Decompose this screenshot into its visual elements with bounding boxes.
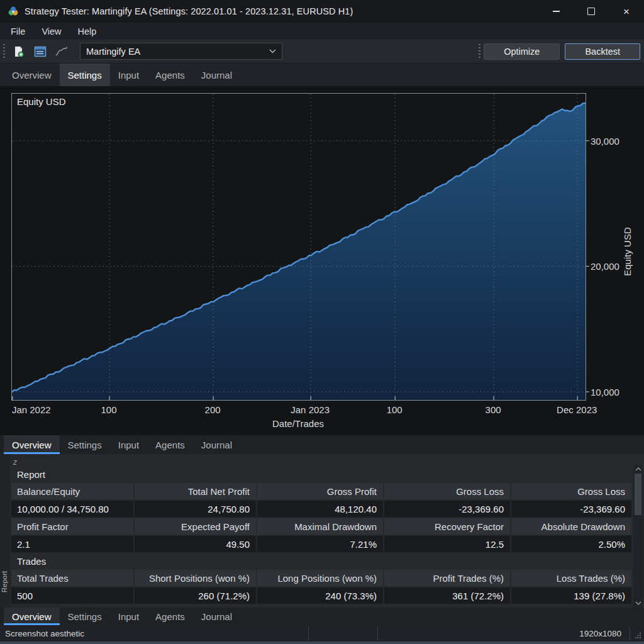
scroll-up-icon [635, 467, 641, 471]
tab-overview[interactable]: Overview [4, 64, 60, 86]
backtest-button[interactable]: Backtest [565, 43, 640, 60]
table-section-title: Trades [11, 553, 631, 569]
open-report-button[interactable] [31, 43, 49, 60]
x-tick-label: 100 [101, 404, 117, 415]
scrollbar-thumb[interactable] [635, 474, 641, 515]
value-cell: 260 (71.2%) [135, 587, 256, 604]
window-title: Strategy Tester: Martingify EA (Settings… [25, 6, 353, 16]
value-cell: -23,369.60 [384, 501, 510, 517]
value-cell: 2.1 [11, 536, 133, 552]
column-header: Maximal Drawdown [257, 518, 383, 535]
value-cell: 49.50 [135, 536, 256, 552]
report-table: ReportBalance/EquityTotal Net ProfitGros… [11, 467, 631, 604]
tab-bar-bottom: OverviewSettingsInputAgentsJournal [0, 608, 644, 625]
value-cell: 139 (27.8%) [511, 587, 631, 604]
value-cell: -23,369.60 [511, 501, 631, 517]
expert-selector-dropdown[interactable]: Martingify EA [80, 43, 282, 60]
table-section-title: Report [11, 467, 631, 482]
value-cell: 24,750.80 [135, 501, 256, 517]
equity-area-fill [12, 103, 586, 400]
tab-input[interactable]: Input [110, 435, 147, 454]
value-cell: 10,000.00 / 34,750.80 [11, 501, 133, 517]
x-tick-label: 100 [387, 404, 402, 415]
tab-input[interactable]: Input [110, 608, 147, 625]
scroll-down-icon [635, 601, 641, 605]
status-divider [377, 626, 378, 640]
tab-settings[interactable]: Settings [60, 608, 110, 625]
resize-grip-icon[interactable] [635, 632, 641, 639]
report-pane-gutter: Report [0, 454, 10, 608]
value-cell: 2.50% [511, 536, 631, 552]
chevron-down-icon [269, 49, 276, 53]
new-document-icon [13, 45, 25, 58]
minimize-icon [553, 11, 560, 12]
status-bar: Screenshot aesthetic 1920x1080 [0, 625, 644, 641]
tab-agents[interactable]: Agents [147, 64, 193, 86]
table-header-row: Balance/EquityTotal Net ProfitGross Prof… [11, 483, 631, 499]
window-controls: × [538, 0, 644, 23]
tab-input[interactable]: Input [110, 64, 147, 86]
status-divider [308, 626, 309, 640]
close-button[interactable]: × [609, 0, 644, 23]
tab-overview[interactable]: Overview [4, 608, 60, 625]
x-tick-label: Jan 2022 [12, 404, 51, 415]
maximize-icon [587, 8, 595, 15]
toolbar: Martingify EA Optimize Backtest [0, 40, 644, 64]
expert-selector-value: Martingify EA [86, 47, 140, 57]
report-pane-label: Report [1, 567, 9, 596]
x-tick-label: 200 [205, 404, 221, 415]
status-divider [630, 626, 630, 640]
minimize-button[interactable] [538, 0, 574, 23]
table-value-row: 10,000.00 / 34,750.8024,750.8048,120.40-… [11, 501, 631, 517]
optimize-button[interactable]: Optimize [484, 43, 560, 60]
menu-file[interactable]: File [3, 25, 33, 38]
table-value-row: 500260 (71.2%)240 (73.3%)361 (72.2%)139 … [11, 587, 631, 604]
column-header: Gross Profit [257, 483, 383, 499]
x-axis-label: Date/Trades [11, 418, 585, 429]
tab-journal[interactable]: Journal [193, 608, 240, 625]
column-header: Expected Payoff [135, 518, 256, 535]
buttons-drag-handle[interactable] [479, 44, 480, 59]
menu-view[interactable]: View [33, 25, 69, 38]
menu-help[interactable]: Help [70, 25, 105, 38]
new-report-button[interactable] [10, 43, 28, 60]
strategy-tester-window: Strategy Tester: Martingify EA (Settings… [0, 0, 644, 644]
report-scrollbar[interactable] [633, 465, 643, 608]
table-header-row: Profit FactorExpected PayoffMaximal Draw… [11, 518, 631, 535]
tab-journal[interactable]: Journal [193, 435, 240, 454]
value-cell: 361 (72.2%) [384, 587, 510, 604]
y-axis-label: Equity USD [622, 220, 633, 283]
tab-overview[interactable]: Overview [4, 435, 60, 454]
column-header: Short Positions (won %) [135, 570, 256, 586]
tab-settings[interactable]: Settings [60, 64, 110, 86]
pane-collapse-icon[interactable]: z [13, 458, 17, 467]
status-resolution: 1920x1080 [579, 629, 621, 638]
toolbar-drag-handle[interactable] [3, 44, 5, 59]
tab-agents[interactable]: Agents [147, 608, 193, 625]
column-header: Total Net Profit [135, 483, 256, 499]
column-header: Profit Trades (%) [384, 570, 510, 586]
app-logo-icon [8, 6, 19, 17]
report-pane: Report z ReportBalance/EquityTotal Net P… [0, 454, 644, 608]
maximize-button[interactable] [574, 0, 609, 23]
tab-agents[interactable]: Agents [147, 435, 193, 454]
close-icon: × [623, 6, 630, 17]
tab-bar-top: OverviewSettingsInputAgentsJournal [0, 64, 644, 86]
y-tick-label: 20,000 [591, 261, 619, 272]
tab-journal[interactable]: Journal [193, 64, 240, 86]
value-cell: 12.5 [384, 536, 510, 552]
window-bottom-edge [0, 641, 644, 644]
title-bar: Strategy Tester: Martingify EA (Settings… [0, 0, 644, 23]
curve-icon [55, 46, 69, 57]
equity-curve-button[interactable] [53, 43, 70, 60]
equity-plot[interactable]: Equity USD [11, 93, 586, 401]
value-cell: 500 [11, 587, 133, 604]
menu-bar: FileViewHelp [0, 23, 644, 40]
column-header: Total Trades [11, 570, 133, 586]
column-header: Recovery Factor [384, 518, 510, 535]
table-value-row: 2.149.507.21%12.52.50% [11, 536, 631, 552]
table-header-row: Total TradesShort Positions (won %)Long … [11, 570, 631, 586]
tab-settings[interactable]: Settings [60, 435, 110, 454]
x-tick-label: 300 [486, 404, 501, 415]
value-cell: 48,120.40 [257, 501, 383, 517]
